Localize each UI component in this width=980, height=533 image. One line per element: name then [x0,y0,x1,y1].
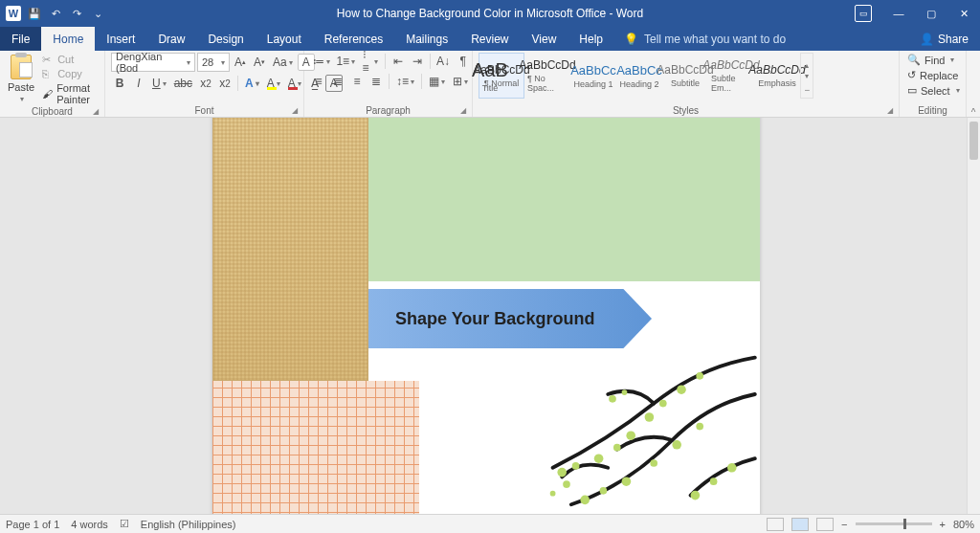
superscript-button[interactable]: x2 [216,75,234,92]
collapse-ribbon-button[interactable]: ^ [967,51,980,118]
increase-indent-button[interactable]: ⇥ [409,53,426,70]
paragraph-group-label: Paragraph◢ [310,105,466,117]
style-subtle-emphasis[interactable]: AaBbCcDdSubtle Em... [708,53,754,99]
scrollbar-thumb[interactable] [969,122,978,160]
group-font: DengXian (Bod▾ 28▾ A▴ A▾ Aa▾ A B I U▾ ab… [105,51,304,117]
tab-references[interactable]: References [313,27,394,51]
solid-box-green[interactable] [368,118,760,281]
format-painter-button[interactable]: 🖌Format Painter [40,81,99,106]
change-case-button[interactable]: Aa▾ [270,54,296,71]
paste-button[interactable]: Paste ▾ [6,53,36,105]
justify-button[interactable]: ≣ [368,73,385,90]
replace-button[interactable]: ↺Replace [905,68,960,82]
redo-icon[interactable]: ↷ [69,6,84,21]
print-layout-button[interactable] [791,518,809,531]
format-painter-label: Format Painter [56,82,97,105]
web-layout-button[interactable] [816,518,834,531]
spellcheck-icon[interactable]: ☑ [120,518,129,530]
svg-point-20 [563,480,570,488]
tab-review[interactable]: Review [459,27,520,51]
align-right-button[interactable]: ≡ [348,73,366,90]
ribbon-display-icon[interactable]: ▭ [850,0,882,27]
numbering-button[interactable]: 1≡▾ [334,53,358,70]
font-size-combo[interactable]: 28▾ [197,53,230,72]
style-no-spacing[interactable]: AaBbCcDd¶ No Spac... [524,53,570,99]
share-icon: 👤 [920,33,934,46]
read-mode-button[interactable] [767,518,784,531]
maximize-button[interactable]: ▢ [915,0,947,27]
arrow-shape-text: Shape Your Background [395,309,594,329]
tab-home[interactable]: Home [41,27,95,51]
strikethrough-button[interactable]: abc [171,75,195,92]
highlight-button[interactable]: A▾ [264,75,283,92]
dialog-launcher-icon[interactable]: ◢ [885,106,895,116]
undo-icon[interactable]: ↶ [48,6,63,21]
language-indicator[interactable]: English (Philippines) [141,519,236,530]
share-button[interactable]: 👤 Share [908,27,980,51]
vertical-scrollbar[interactable] [967,118,980,514]
image-branches[interactable] [419,348,760,514]
word-logo-icon: W [6,6,21,21]
ribbon-tabs: File Home Insert Draw Design Layout Refe… [0,27,980,51]
underline-button[interactable]: U▾ [149,75,169,92]
select-button[interactable]: ▭Select▾ [905,83,962,98]
styles-gallery-more-button[interactable]: ▴▾⎯ [800,53,813,99]
style-heading-2[interactable]: AaBbCcHeading 2 [616,53,662,99]
tab-design[interactable]: Design [196,27,255,51]
tab-view[interactable]: View [521,27,568,51]
text-effects-button[interactable]: A▾ [242,75,262,92]
save-icon[interactable]: 💾 [27,6,42,21]
sort-button[interactable]: A↓ [434,53,452,70]
dialog-launcher-icon[interactable]: ◢ [290,106,300,116]
bullets-button[interactable]: ≔▾ [310,53,332,70]
zoom-out-button[interactable]: − [841,519,847,530]
svg-point-19 [727,463,737,473]
tab-help[interactable]: Help [568,27,614,51]
decrease-indent-button[interactable]: ⇤ [390,53,407,70]
zoom-slider-knob[interactable] [903,519,906,529]
tab-draw[interactable]: Draw [146,27,196,51]
page-indicator[interactable]: Page 1 of 1 [6,519,59,530]
brush-icon: 🖌 [42,88,53,100]
tab-mailings[interactable]: Mailings [394,27,459,51]
zoom-slider[interactable] [856,522,932,525]
find-button[interactable]: 🔍Find▾ [905,53,956,67]
shading-button[interactable]: ▦▾ [426,73,448,90]
style-title[interactable]: AaBTitle [467,53,513,99]
close-button[interactable]: ✕ [947,0,980,27]
dialog-launcher-icon[interactable]: ◢ [458,106,468,116]
multilevel-list-button[interactable]: ⁝≡▾ [360,53,381,70]
align-center-button[interactable]: ≣ [329,73,346,90]
word-count[interactable]: 4 words [71,519,108,530]
italic-button[interactable]: I [130,75,147,92]
svg-point-18 [710,477,718,485]
tab-insert[interactable]: Insert [95,27,146,51]
tab-file[interactable]: File [0,27,41,51]
line-spacing-button[interactable]: ↕≡▾ [393,73,417,90]
zoom-level[interactable]: 80% [953,519,974,530]
texture-box-grid[interactable] [212,381,419,514]
style-subtitle[interactable]: AaBbCcDdSubtitle [662,53,708,99]
document-area[interactable]: Shape Your Background [0,118,967,514]
font-name-combo[interactable]: DengXian (Bod▾ [111,53,195,72]
dialog-launcher-icon[interactable]: ◢ [91,107,100,117]
zoom-in-button[interactable]: + [940,519,946,530]
texture-box-wood[interactable] [212,118,368,381]
shrink-font-button[interactable]: A▾ [251,54,268,71]
qat-customize-icon[interactable]: ⌄ [90,6,105,21]
style-emphasis[interactable]: AaBbCcDdEmphasis [754,53,800,99]
minimize-button[interactable]: — [882,0,915,27]
font-color-button[interactable]: A▾ [285,75,304,92]
ribbon: Paste ▾ ✂Cut ⎘Copy 🖌Format Painter Clipb… [0,51,980,118]
document-page[interactable]: Shape Your Background [212,118,760,514]
tab-layout[interactable]: Layout [256,27,313,51]
bold-button[interactable]: B [111,75,128,92]
tell-me-search[interactable]: 💡 Tell me what you want to do [614,27,908,51]
subscript-button[interactable]: x2 [197,75,214,92]
arrow-shape[interactable]: Shape Your Background [368,289,652,348]
svg-point-16 [696,423,703,431]
style-heading-1[interactable]: AaBbCcHeading 1 [570,53,616,99]
align-left-button[interactable]: ≡ [310,73,327,90]
editing-group-label: Editing [905,105,960,117]
grow-font-button[interactable]: A▴ [232,54,249,71]
